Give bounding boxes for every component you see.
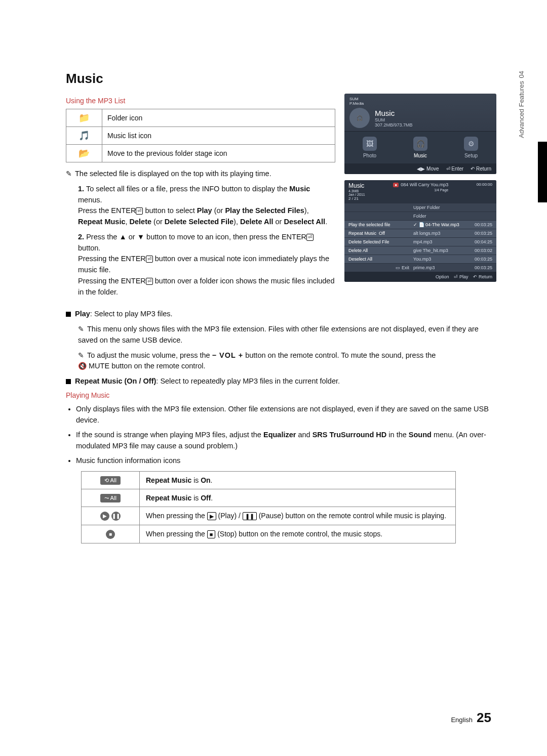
chapter-title: Advanced Features	[518, 81, 525, 138]
hint-enter: ⏎ Enter	[446, 166, 464, 172]
icon-label: Folder icon	[102, 109, 335, 127]
red-chip: ●	[393, 183, 399, 187]
menu-delete-all[interactable]: Delete All	[348, 248, 409, 253]
tab-photo[interactable]: 🖼Photo	[363, 137, 377, 158]
play-status-icon: ▶	[100, 512, 109, 521]
repeat-all-off-icon: ⤳ All	[100, 494, 121, 502]
list-item[interactable]: Folder	[409, 214, 467, 219]
list-item[interactable]: Upper Folder	[409, 205, 467, 210]
play-bullet: Play: Select to play MP3 files.	[66, 309, 496, 320]
pause-status-icon: ❚❚	[111, 512, 121, 521]
list-item[interactable]: mp4.mp3	[409, 239, 467, 244]
media-player-list-screenshot: Music 4.3MB Jan / 2011 2 / 21 ●084 Will …	[344, 180, 496, 282]
side-black-tab	[538, 142, 547, 202]
menu-repeat-music[interactable]: Repeat Music	[348, 231, 376, 236]
note-text: The selected file is displayed on the to…	[75, 170, 271, 178]
pause-button-icon: ❚❚	[243, 512, 257, 520]
tab-music[interactable]: 🎧Music	[413, 137, 427, 158]
section-playing-music: Playing Music	[66, 391, 496, 399]
page-title: Music	[66, 71, 496, 87]
menu-play-selected[interactable]: Play the selected file	[348, 222, 409, 227]
table-row: ⟲ All Repeat Music is On.	[82, 472, 456, 489]
photo-icon: 🖼	[363, 137, 377, 151]
icon-legend-table: 📁 Folder icon 🎵 Music list icon 📂 Move t…	[66, 109, 335, 162]
function-icon-table: ⟲ All Repeat Music is On. ⤳ All Repeat M…	[81, 471, 456, 543]
mute-icon: 🔇	[78, 362, 87, 370]
icon-label: Move to the previous folder stage icon	[102, 145, 335, 162]
prev-folder-icon: 📂	[66, 145, 102, 162]
music-icon: 🎧	[413, 137, 427, 151]
table-row: ⤳ All Repeat Music is Off.	[82, 489, 456, 507]
icon-label: Music list icon	[102, 127, 335, 145]
hint-move: ◀▶ Move	[417, 166, 439, 172]
stop-status-icon: ■	[106, 530, 115, 539]
menu-deselect-all[interactable]: Deselect All	[348, 257, 409, 262]
music-list-icon: 🎵	[66, 127, 102, 145]
enter-icon: ⏎	[306, 234, 314, 241]
playing-music-bullets: Only displays files with the MP3 file ex…	[76, 403, 496, 466]
exit-button[interactable]: Exit	[402, 265, 409, 270]
square-bullet-icon	[66, 379, 71, 384]
side-chapter-tab: 04 Advanced Features	[518, 71, 533, 182]
stop-button-icon: ■	[207, 530, 216, 538]
list-item[interactable]: give The_hit.mp3	[409, 248, 467, 253]
list-item: Only displays files with the MP3 file ex…	[76, 403, 496, 426]
square-bullet-icon	[66, 312, 71, 317]
hint-play: ⏎ Play	[454, 274, 468, 279]
step-1: 1. To select all files or a file, press …	[78, 184, 335, 228]
repeat-all-on-icon: ⟲ All	[100, 476, 121, 485]
page-number: 25	[477, 710, 491, 725]
list-item: If the sound is strange when playing MP3…	[76, 429, 496, 452]
note-icon: ✎	[78, 324, 87, 334]
note-text: This menu only shows files with the MP3 …	[78, 325, 479, 344]
headphones-icon: 🎧	[349, 108, 370, 128]
table-row: 🎵 Music list icon	[66, 127, 335, 145]
note-icon: ✎	[66, 169, 75, 179]
section-using-mp3-list: Using the MP3 List	[66, 97, 335, 105]
table-row: ■ When pressing the ■ (Stop) button on t…	[82, 525, 456, 543]
enter-icon: ⏎	[136, 207, 143, 215]
hint-option: Option	[436, 274, 449, 279]
table-row: 📂 Move to the previous folder stage icon	[66, 145, 335, 162]
table-row: ▶ ❚❚ When pressing the ▶ (Play) / ❚❚ (Pa…	[82, 507, 456, 525]
media-player-home-screenshot: SUM P.Media 🎧 Music SUM 307.2MB/973.7MB …	[344, 94, 496, 174]
menu-delete-selected[interactable]: Delete Selected File	[348, 239, 409, 244]
play-button-icon: ▶	[207, 512, 216, 520]
vol-button-label: − VOL +	[212, 351, 244, 359]
list-item: Music function information icons	[76, 455, 496, 466]
page-footer: English25	[451, 710, 491, 726]
hint-return: ↶ Return	[471, 166, 491, 172]
folder-icon: 📁	[66, 109, 102, 127]
table-row: 📁 Folder icon	[66, 109, 335, 127]
step-2: 2. Press the ▲ or ▼ button to move to an…	[78, 232, 335, 298]
list-item[interactable]: prime.mp3	[409, 265, 467, 270]
enter-icon: ⏎	[146, 278, 153, 285]
enter-icon: ⏎	[146, 256, 153, 263]
list-item[interactable]: alt longs.mp3	[409, 231, 467, 236]
hint-return: ↶ Return	[473, 274, 492, 279]
repeat-bullet: Repeat Music (On / Off): Select to repea…	[66, 376, 496, 387]
note-icon: ✎	[78, 350, 87, 361]
media-title: Music	[375, 109, 413, 117]
chapter-number: 04	[518, 71, 533, 78]
setup-icon: ⚙	[464, 137, 478, 151]
tab-setup[interactable]: ⚙Setup	[464, 137, 478, 158]
list-item[interactable]: You.mp3	[409, 257, 467, 262]
